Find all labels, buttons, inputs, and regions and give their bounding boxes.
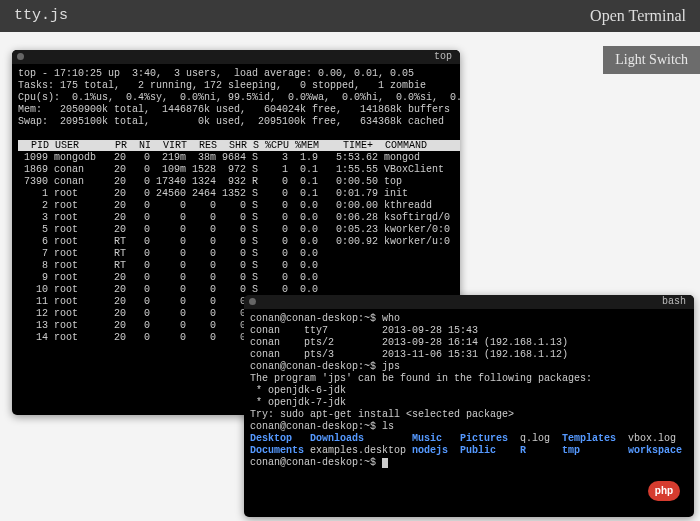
terminal-body[interactable]: conan@conan-deskop:~$ who conan tty7 201… xyxy=(244,309,694,473)
top-columns-header: PID USER PR NI VIRT RES SHR S %CPU %MEM … xyxy=(18,140,460,151)
php-badge-icon: php xyxy=(648,481,680,501)
terminal-titlebar[interactable]: top xyxy=(12,50,460,64)
window-dot-icon xyxy=(249,298,256,305)
light-switch-button[interactable]: Light Switch xyxy=(603,46,700,74)
topbar: tty.js Open Terminal xyxy=(0,0,700,32)
terminal-title: bash xyxy=(662,295,686,309)
terminal-titlebar[interactable]: bash xyxy=(244,295,694,309)
terminal-window-bash[interactable]: bash conan@conan-deskop:~$ who conan tty… xyxy=(244,295,694,517)
terminal-title: top xyxy=(434,50,452,64)
open-terminal-link[interactable]: Open Terminal xyxy=(590,0,686,32)
app-brand: tty.js xyxy=(14,0,68,32)
cursor-icon xyxy=(382,458,388,468)
window-dot-icon xyxy=(17,53,24,60)
